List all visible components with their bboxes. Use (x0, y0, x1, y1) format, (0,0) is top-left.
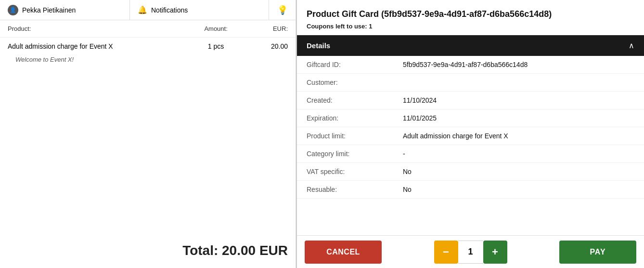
user-section[interactable]: 👤 Pekka Pietikainen (0, 0, 130, 20)
amount-col-header: Amount: (186, 20, 246, 38)
detail-label: Expiration: (297, 109, 393, 127)
details-content: Giftcard ID: 5fb9d537-9e9a-4d91-af87-d6b… (297, 56, 644, 235)
details-table: Giftcard ID: 5fb9d537-9e9a-4d91-af87-d6b… (297, 56, 644, 199)
eur-col-header: EUR: (246, 20, 296, 38)
product-qty: 1 pcs (186, 38, 246, 55)
pay-button[interactable]: PAY (559, 241, 636, 264)
bulb-icon: 💡 (277, 5, 288, 15)
product-name: Adult admission charge for Event X (0, 38, 186, 55)
detail-label: Category limit: (297, 145, 393, 163)
detail-value: - (393, 145, 644, 163)
detail-value (393, 74, 644, 92)
detail-row: Customer: (297, 74, 644, 92)
detail-row: Created: 11/10/2024 (297, 92, 644, 109)
notifications-label: Notifications (151, 6, 188, 14)
user-name: Pekka Pietikainen (22, 6, 76, 14)
product-price: 20.00 (246, 38, 296, 55)
total-amount: Total: 20.00 EUR (182, 243, 288, 258)
detail-row: Category limit: - (297, 145, 644, 163)
plus-button[interactable]: + (483, 241, 507, 264)
product-note: Welcome to Event X! (0, 55, 296, 68)
detail-value: No (393, 163, 644, 181)
minus-button[interactable]: − (434, 241, 458, 264)
detail-label: Resuable: (297, 181, 393, 199)
detail-value: No (393, 181, 644, 199)
detail-row: Giftcard ID: 5fb9d537-9e9a-4d91-af87-d6b… (297, 56, 644, 74)
product-col-header: Product: (0, 20, 186, 38)
quantity-controls: − 1 + (434, 241, 507, 264)
notifications-section[interactable]: 🔔 Notifications (130, 0, 269, 20)
detail-row: Expiration: 11/01/2025 (297, 109, 644, 127)
table-row: Adult admission charge for Event X 1 pcs… (0, 38, 296, 55)
gift-card-title: Product Gift Card (5fb9d537-9e9a-4d91-af… (307, 9, 634, 20)
detail-value: 5fb9d537-9e9a-4d91-af87-d6ba566c14d8 (393, 56, 644, 74)
detail-row: Resuable: No (297, 181, 644, 199)
detail-label: Created: (297, 92, 393, 109)
bulb-section[interactable]: 💡 (269, 0, 296, 20)
table-note-row: Welcome to Event X! (0, 55, 296, 68)
action-bar: CANCEL − 1 + PAY (297, 235, 644, 268)
coupons-left: Coupons left to use: 1 (307, 23, 634, 30)
detail-label: VAT specific: (297, 163, 393, 181)
gift-card-header: Product Gift Card (5fb9d537-9e9a-4d91-af… (297, 0, 644, 35)
order-table: Product: Amount: EUR: Adult admission ch… (0, 20, 296, 68)
detail-label: Product limit: (297, 127, 393, 145)
detail-label: Giftcard ID: (297, 56, 393, 74)
right-panel: Product Gift Card (5fb9d537-9e9a-4d91-af… (296, 0, 644, 268)
detail-value: 11/01/2025 (393, 109, 644, 127)
user-icon: 👤 (8, 5, 18, 15)
detail-value: 11/10/2024 (393, 92, 644, 109)
bell-icon: 🔔 (138, 5, 147, 14)
details-bar[interactable]: Details ∧ (297, 35, 644, 56)
total-section: Total: 20.00 EUR (0, 233, 296, 268)
quantity-display: 1 (458, 241, 483, 264)
detail-row: VAT specific: No (297, 163, 644, 181)
left-panel: 👤 Pekka Pietikainen 🔔 Notifications 💡 Pr… (0, 0, 296, 268)
detail-value: Adult admission charge for Event X (393, 127, 644, 145)
chevron-up-icon: ∧ (629, 41, 634, 50)
top-bar: 👤 Pekka Pietikainen 🔔 Notifications 💡 (0, 0, 296, 20)
details-label: Details (307, 41, 330, 50)
detail-label: Customer: (297, 74, 393, 92)
detail-row: Product limit: Adult admission charge fo… (297, 127, 644, 145)
cancel-button[interactable]: CANCEL (305, 241, 382, 264)
